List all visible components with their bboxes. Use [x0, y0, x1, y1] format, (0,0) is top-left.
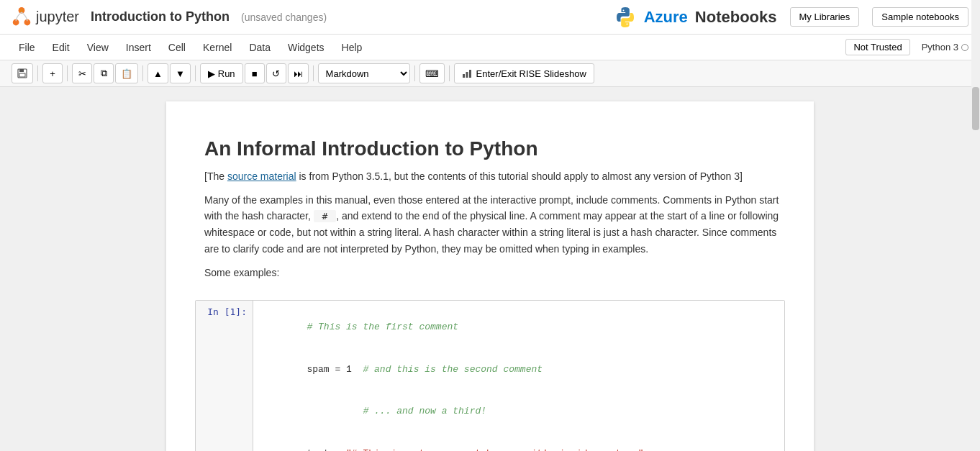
code-line-3-indent — [307, 406, 363, 416]
interrupt-button[interactable]: ■ — [245, 63, 265, 83]
sample-notebooks-button[interactable]: Sample notebooks — [872, 7, 968, 27]
svg-rect-10 — [466, 72, 468, 78]
menu-cell[interactable]: Cell — [161, 39, 193, 56]
kernel-label: Python 3 — [922, 42, 958, 53]
cell-1-content: An Informal Introduction to Python [The … — [197, 123, 785, 293]
copy-button[interactable]: ⧉ — [94, 63, 114, 83]
menu-view[interactable]: View — [80, 39, 116, 56]
menu-widgets[interactable]: Widgets — [281, 39, 332, 56]
jupyter-logo: jupyter — [12, 7, 79, 27]
bar-chart-icon — [462, 68, 472, 78]
code-line-3-comment: # ... and now a third! — [363, 406, 486, 416]
app-name: jupyter — [36, 9, 79, 25]
main-heading: An Informal Introduction to Python — [204, 137, 785, 160]
svg-rect-7 — [19, 69, 24, 72]
kernel-indicator: Python 3 — [922, 42, 968, 53]
run-label: Run — [218, 68, 235, 79]
scrollbar-track[interactable] — [971, 0, 980, 451]
kernel-status-circle — [961, 44, 968, 51]
menu-kernel[interactable]: Kernel — [196, 39, 239, 56]
source-note: [The source material is from Python 3.5.… — [204, 170, 785, 182]
menu-insert[interactable]: Insert — [119, 39, 158, 56]
hash-code: # — [314, 210, 336, 222]
notebooks-text: Notebooks — [695, 8, 777, 27]
svg-point-3 — [19, 8, 23, 12]
toolbar-separator-6 — [414, 65, 415, 81]
toolbar-separator-1 — [37, 65, 38, 81]
notebook: An Informal Introduction to Python [The … — [166, 101, 814, 451]
menu-file[interactable]: File — [12, 39, 42, 56]
toolbar-separator-4 — [195, 65, 196, 81]
svg-rect-8 — [19, 73, 25, 77]
restart-run-button[interactable]: ⏭ — [288, 63, 309, 83]
topbar: jupyter Introduction to Python (unsaved … — [0, 0, 980, 35]
code-prompt: In [1]: — [196, 301, 253, 451]
keyboard-shortcuts-button[interactable]: ⌨ — [419, 63, 445, 83]
azure-section: Azure Notebooks My Libraries Sample note… — [614, 6, 968, 29]
code-line-2-var: spam = 1 — [307, 364, 363, 375]
code-line-1: # This is the first comment — [307, 322, 458, 332]
menu-edit[interactable]: Edit — [45, 39, 77, 56]
restart-button[interactable]: ↺ — [266, 63, 286, 83]
svg-rect-9 — [463, 74, 465, 78]
rise-label: Enter/Exit RISE Slideshow — [476, 68, 586, 79]
menubar: File Edit View Insert Cell Kernel Data W… — [0, 35, 980, 60]
notebook-title[interactable]: Introduction to Python — [91, 9, 230, 24]
source-material-link[interactable]: source material — [227, 170, 296, 182]
cut-button[interactable]: ✂ — [72, 63, 92, 83]
notebook-container: An Informal Introduction to Python [The … — [0, 87, 980, 451]
svg-rect-11 — [469, 70, 471, 78]
toolbar: + ✂ ⧉ 📋 ▲ ▼ ▶ Run ■ ↺ ⏭ Markdown Code Ra… — [0, 60, 980, 87]
examples-label: Some examples: — [204, 267, 785, 278]
add-cell-button[interactable]: + — [42, 63, 63, 83]
cell-type-select[interactable]: Markdown Code Raw NBConvert Heading — [318, 63, 410, 83]
menu-data[interactable]: Data — [242, 39, 278, 56]
scrollbar-thumb[interactable] — [972, 87, 979, 130]
rise-slideshow-button[interactable]: Enter/Exit RISE Slideshow — [454, 63, 594, 83]
my-libraries-button[interactable]: My Libraries — [790, 7, 860, 27]
move-up-button[interactable]: ▲ — [148, 63, 168, 83]
source-note-suffix: is from Python 3.5.1, but the contents o… — [299, 170, 743, 182]
toolbar-separator-5 — [313, 65, 314, 81]
body-text-1: Many of the examples in this manual, eve… — [204, 192, 785, 257]
save-button[interactable] — [12, 63, 33, 83]
cell-1[interactable]: An Informal Introduction to Python [The … — [195, 123, 785, 293]
paste-button[interactable]: 📋 — [115, 63, 138, 83]
menu-help[interactable]: Help — [335, 39, 370, 56]
move-down-button[interactable]: ▼ — [170, 63, 191, 83]
run-icon: ▶ — [208, 68, 215, 79]
code-line-2-comment: # and this is the second comment — [363, 364, 543, 375]
svg-point-4 — [622, 9, 624, 11]
code-input[interactable]: # This is the first comment spam = 1 # a… — [253, 301, 784, 451]
run-button[interactable]: ▶ Run — [200, 63, 243, 83]
svg-point-5 — [626, 23, 627, 24]
trusted-button[interactable]: Not Trusted — [845, 39, 909, 55]
code-line-4-var: text = — [307, 448, 346, 451]
unsaved-indicator: (unsaved changes) — [241, 12, 327, 23]
toolbar-separator-3 — [142, 65, 143, 81]
toolbar-separator-2 — [67, 65, 68, 81]
python-logo — [614, 6, 637, 29]
toolbar-separator-7 — [449, 65, 450, 81]
azure-text: Azure — [644, 8, 688, 27]
code-line-4-str: "# This is not a comment because it's in… — [346, 448, 643, 451]
cell-2-code[interactable]: In [1]: # This is the first comment spam… — [195, 300, 785, 451]
jupyter-icon — [12, 7, 32, 27]
